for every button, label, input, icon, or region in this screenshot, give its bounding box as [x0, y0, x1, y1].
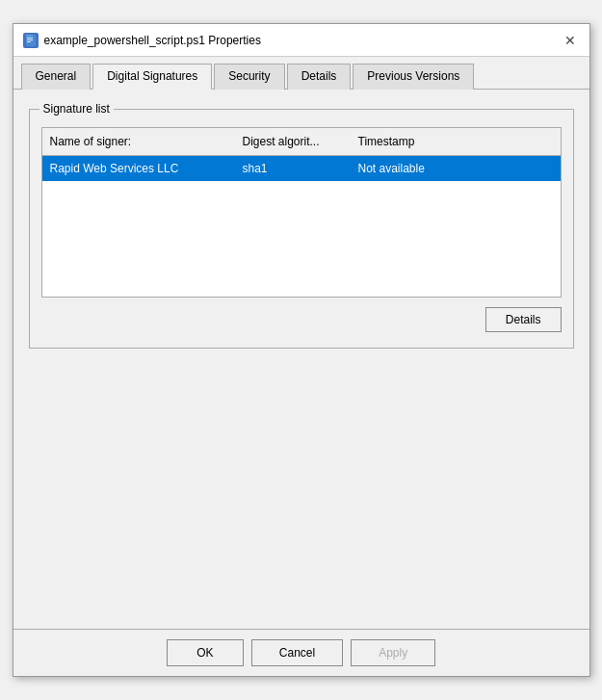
bottom-bar: OK Cancel Apply	[13, 629, 589, 676]
table-row[interactable]: Rapid Web Services LLC sha1 Not availabl…	[42, 156, 561, 181]
tabs-bar: General Digital Signatures Security Deta…	[13, 57, 589, 90]
details-row: Details	[41, 307, 562, 332]
close-button[interactable]: ✕	[561, 31, 580, 50]
signature-table: Name of signer: Digest algorit... Timest…	[41, 127, 562, 298]
table-header: Name of signer: Digest algorit... Timest…	[42, 128, 561, 156]
details-button[interactable]: Details	[485, 307, 562, 332]
ok-button[interactable]: OK	[167, 639, 244, 666]
signature-list-group: Signature list Name of signer: Digest al…	[29, 109, 574, 349]
cell-digest: sha1	[235, 159, 351, 178]
col-header-name: Name of signer:	[42, 132, 235, 151]
svg-rect-3	[27, 39, 33, 40]
properties-dialog: example_powershell_script.ps1 Properties…	[13, 23, 590, 677]
tab-content: Signature list Name of signer: Digest al…	[13, 90, 589, 629]
tab-previous-versions[interactable]: Previous Versions	[353, 64, 474, 90]
window-title: example_powershell_script.ps1 Properties	[44, 34, 261, 47]
group-legend: Signature list	[39, 102, 114, 116]
svg-rect-4	[27, 41, 31, 42]
tab-digital-signatures[interactable]: Digital Signatures	[92, 64, 212, 90]
col-header-timestamp: Timestamp	[351, 132, 561, 151]
title-bar: example_powershell_script.ps1 Properties…	[13, 24, 589, 57]
tab-security[interactable]: Security	[214, 64, 284, 90]
file-icon	[23, 33, 39, 48]
apply-button[interactable]: Apply	[351, 639, 435, 666]
tab-general[interactable]: General	[21, 64, 92, 90]
cancel-button[interactable]: Cancel	[251, 639, 343, 666]
tab-details[interactable]: Details	[287, 64, 352, 90]
table-empty-area	[42, 181, 561, 297]
title-bar-left: example_powershell_script.ps1 Properties	[23, 33, 261, 48]
svg-rect-2	[27, 38, 33, 39]
col-header-digest: Digest algorit...	[235, 132, 351, 151]
cell-signer-name: Rapid Web Services LLC	[42, 159, 235, 178]
cell-timestamp: Not available	[351, 159, 561, 178]
